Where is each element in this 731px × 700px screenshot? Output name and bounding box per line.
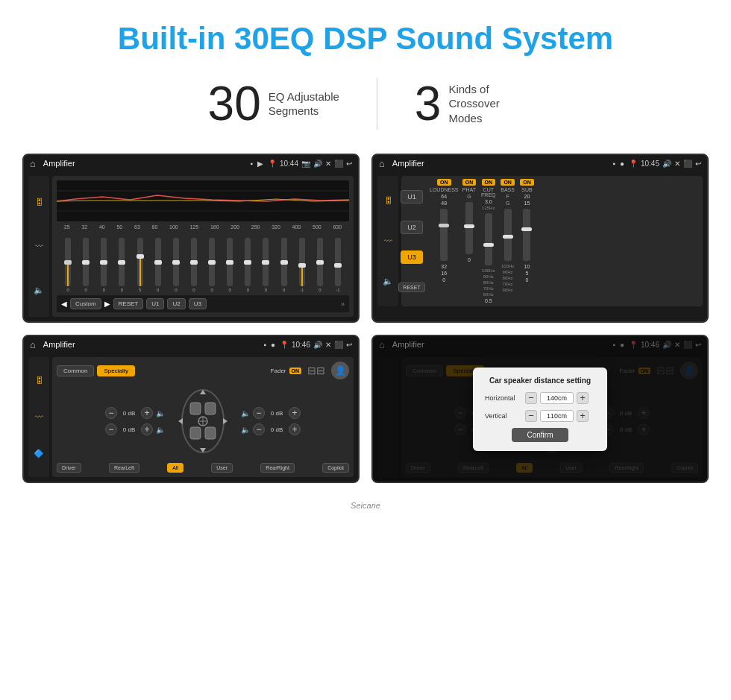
svg-marker-15 (223, 418, 228, 424)
right-bot-db: 🔈 − 0 dB + (241, 423, 301, 435)
cross-panel-icon-vol[interactable]: 🔈 (383, 277, 393, 286)
eq-u2-btn[interactable]: U2 (167, 298, 185, 309)
dialog-vertical-value[interactable]: 110cm (540, 410, 574, 422)
time-1: 10:44 (280, 160, 298, 168)
home-icon-3[interactable]: ⌂ (30, 339, 36, 350)
left-bot-minus[interactable]: − (105, 423, 117, 435)
right-top-minus[interactable]: − (253, 407, 265, 419)
fader-icon: ⊟⊟ (307, 365, 325, 376)
crossover-inner: U1 U2 U3 RESET ON LOUDNESS 64 48 (401, 176, 703, 306)
bass-slider[interactable] (504, 209, 512, 261)
camera-icon-1: 📷 (301, 160, 310, 168)
dot-icon-3: ● (271, 341, 275, 349)
cross-panel-icon-sliders[interactable]: 🎛 (384, 196, 392, 205)
speaker-right-bot-icon: 🔈 (241, 426, 250, 434)
eq-reset-btn[interactable]: RESET (113, 298, 144, 309)
fader-label: Fader (271, 368, 286, 374)
eq-panel-icon-volume[interactable]: 🔈 (34, 286, 44, 295)
cross-u3-btn[interactable]: U3 (401, 250, 423, 264)
eq-u1-btn[interactable]: U1 (146, 298, 164, 309)
cross-panel-icon-wave[interactable]: 〰 (384, 236, 392, 245)
loudness-slider[interactable] (440, 209, 448, 261)
eq-slider-10: 0 (245, 238, 251, 292)
left-top-plus[interactable]: + (141, 407, 153, 419)
eq-slider-9: 0 (227, 238, 233, 292)
left-top-minus[interactable]: − (105, 407, 117, 419)
stat-eq-label: EQ AdjustableSegments (269, 89, 339, 119)
sp-btn-rearright[interactable]: RearRight (260, 463, 295, 473)
speaker-left-top-icon: 🔈 (156, 409, 165, 417)
android-bar-1: ⌂ Amplifier ▪ ▶ 📍 10:44 📷 🔊 ✕ ⬛ ↩ (24, 155, 358, 171)
left-bot-plus[interactable]: + (141, 423, 153, 435)
sp-btn-copilot[interactable]: Copilot (322, 463, 349, 473)
eq-next-btn[interactable]: ▶ (104, 300, 110, 308)
left-bot-db: − 0 dB + 🔈 (105, 423, 165, 435)
eq-prev-btn[interactable]: ◀ (61, 300, 67, 308)
loudness-on[interactable]: ON (437, 179, 451, 186)
time-2: 10:45 (641, 160, 659, 168)
play-icon-1: ▶ (257, 160, 263, 168)
location-icon-2: 📍 (629, 160, 638, 168)
fader-on-badge[interactable]: ON (289, 368, 302, 374)
dialog-horizontal-minus[interactable]: − (525, 392, 537, 404)
dialog-horizontal-plus[interactable]: + (577, 392, 589, 404)
eq-arrow-right: » (341, 300, 345, 308)
sp-btn-rearleft[interactable]: RearLeft (109, 463, 139, 473)
screen-eq: ⌂ Amplifier ▪ ▶ 📍 10:44 📷 🔊 ✕ ⬛ ↩ 🎛 〰 🔈 (22, 154, 360, 323)
screen-crossover: ⌂ Amplifier ▪ ● 📍 10:45 🔊 ✕ ⬛ ↩ 🎛 〰 🔈 (371, 154, 709, 323)
dialog-vertical-plus[interactable]: + (577, 410, 589, 422)
bass-on[interactable]: ON (501, 179, 515, 186)
sp-btn-user[interactable]: User (211, 463, 233, 473)
status-icons-2: 📍 10:45 🔊 ✕ ⬛ ↩ (629, 160, 701, 168)
sp-panel-icon-sliders[interactable]: 🎛 (35, 376, 43, 385)
sp-panel-icon-wave[interactable]: 〰 (35, 412, 43, 421)
phat-on[interactable]: ON (462, 179, 477, 186)
eq-panel-icon-sliders[interactable]: 🎛 (35, 198, 43, 206)
speaker-right-top-icon: 🔈 (241, 409, 250, 417)
cross-reset-btn[interactable]: RESET (398, 283, 424, 292)
sp-tab-common[interactable]: Common (57, 365, 94, 376)
sp-top-bar: Common Specialty Fader ON ⊟⊟ 👤 (57, 362, 349, 379)
sp-panel-icon-bt[interactable]: 🔷 (34, 449, 44, 458)
sp-btn-driver[interactable]: Driver (57, 463, 81, 473)
left-bot-value: 0 dB (120, 426, 138, 433)
cutfreq-on[interactable]: ON (482, 179, 496, 186)
screen1-title: Amplifier (43, 159, 246, 168)
home-icon-1[interactable]: ⌂ (30, 158, 36, 169)
cutfreq-slider[interactable] (485, 213, 492, 265)
dialog-box: Car speaker distance setting Horizontal … (473, 368, 607, 451)
confirm-button[interactable]: Confirm (512, 428, 568, 442)
eq-slider-13: -1 (299, 238, 305, 292)
sp-bottom-buttons: Driver RearLeft All User RearRight Copil… (57, 463, 349, 473)
sub-slider[interactable] (523, 209, 530, 261)
back-icon-2: ↩ (695, 160, 701, 168)
right-bot-minus[interactable]: − (253, 423, 265, 435)
dialog-vertical-minus[interactable]: − (525, 410, 537, 422)
right-top-plus[interactable]: + (289, 407, 301, 419)
eq-curve-area (57, 180, 349, 221)
sp-tab-specialty[interactable]: Specialty (97, 365, 134, 376)
eq-u3-btn[interactable]: U3 (189, 298, 207, 309)
right-bot-plus[interactable]: + (289, 423, 301, 435)
cross-u1-btn[interactable]: U1 (401, 190, 423, 204)
eq-slider-0: 0 (65, 238, 71, 292)
phat-slider[interactable] (465, 202, 473, 254)
dot-icon-2: ● (620, 160, 624, 168)
stats-row: 30 EQ AdjustableSegments 3 Kinds ofCross… (0, 64, 731, 146)
cross-u2-btn[interactable]: U2 (401, 221, 423, 234)
volume-icon-3: 🔊 (313, 341, 322, 349)
screen3-title: Amplifier (43, 340, 260, 349)
svg-rect-7 (190, 427, 201, 439)
dialog-horizontal-value[interactable]: 140cm (540, 392, 574, 404)
sp-btn-all[interactable]: All (167, 463, 183, 473)
stat-crossover: 3 Kinds ofCrossover Modes (377, 80, 561, 127)
eq-panel-icon-wave[interactable]: 〰 (35, 242, 43, 250)
eq-slider-7: 0 (191, 238, 197, 292)
location-icon-3: 📍 (280, 341, 289, 349)
right-bot-value: 0 dB (268, 426, 286, 433)
eq-slider-8: 0 (209, 238, 215, 292)
svg-rect-8 (205, 427, 216, 439)
car-diagram (169, 384, 236, 458)
home-icon-2[interactable]: ⌂ (379, 158, 385, 169)
sub-on[interactable]: ON (520, 179, 534, 186)
